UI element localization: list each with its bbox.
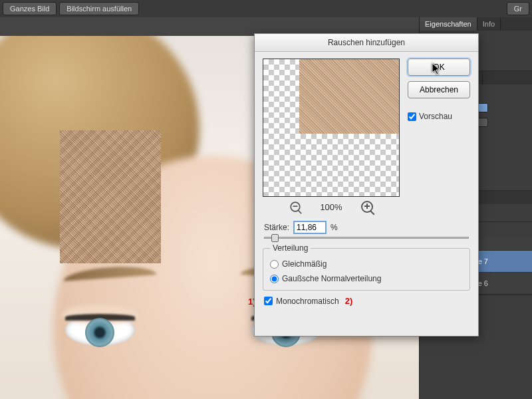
ok-button[interactable]: OK — [408, 59, 470, 76]
gaussian-radio-row[interactable]: Gaußsche Normalverteilung — [270, 273, 463, 285]
strength-slider[interactable] — [264, 237, 469, 239]
partial-right-button[interactable]: Gr — [507, 2, 529, 15]
gaussian-label: Gaußsche Normalverteilung — [282, 274, 381, 283]
annotation-2: 2) — [345, 296, 353, 306]
preview-checkbox-label: Vorschau — [419, 112, 452, 121]
strength-unit: % — [331, 223, 338, 232]
zoom-out-icon[interactable] — [291, 201, 301, 211]
add-noise-dialog: Rauschen hinzufügen 100% OK Abbrechen Vo… — [254, 33, 479, 336]
dialog-title: Rauschen hinzufügen — [255, 34, 478, 52]
photo-eye — [65, 314, 135, 346]
adjustment-icon[interactable] — [478, 118, 488, 127]
uniform-radio[interactable] — [270, 260, 279, 269]
preview-noise-region — [299, 59, 399, 134]
distribution-legend: Verteilung — [270, 243, 311, 253]
distribution-fieldset: Verteilung Gleichmäßig Gaußsche Normalve… — [263, 248, 470, 291]
fill-screen-button[interactable]: Bildschirm ausfüllen — [59, 2, 139, 15]
gaussian-radio[interactable] — [270, 275, 279, 283]
options-bar: Ganzes Bild Bildschirm ausfüllen Gr — [0, 0, 532, 17]
zoom-in-icon[interactable] — [361, 201, 373, 213]
strength-label: Stärke: — [264, 223, 289, 232]
uniform-radio-row[interactable]: Gleichmäßig — [270, 258, 463, 270]
zoom-percent: 100% — [320, 202, 342, 212]
tab-info[interactable]: Info — [477, 17, 501, 31]
preview-checkbox-row[interactable]: Vorschau — [408, 112, 470, 121]
dialog-preview[interactable] — [263, 59, 400, 197]
cancel-button[interactable]: Abbrechen — [408, 81, 470, 98]
preview-checkbox[interactable] — [408, 112, 416, 121]
uniform-label: Gleichmäßig — [282, 259, 327, 269]
fit-whole-button[interactable]: Ganzes Bild — [3, 2, 57, 15]
monochromatic-checkbox[interactable] — [264, 297, 273, 305]
slider-thumb[interactable] — [271, 234, 279, 242]
tab-properties[interactable]: Eigenschaften — [420, 17, 477, 31]
noise-layer-preview — [60, 130, 161, 263]
strength-input[interactable] — [293, 221, 327, 234]
adjustment-icon[interactable] — [478, 103, 488, 112]
monochromatic-label: Monochromatisch — [276, 297, 339, 306]
